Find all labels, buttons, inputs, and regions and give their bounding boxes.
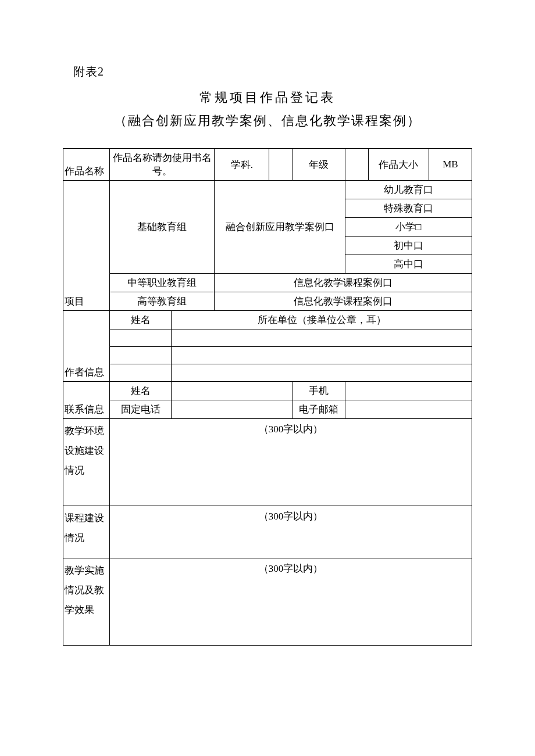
- page-title: 常规项目作品登记表: [63, 89, 472, 106]
- author-name-3[interactable]: [110, 364, 172, 382]
- group-basic: 基础教育组: [110, 181, 215, 274]
- case-basic: 融合创新应用教学案例口: [215, 181, 345, 274]
- project-row-label: 项目: [63, 181, 110, 311]
- opt-primary[interactable]: 小学□: [345, 218, 472, 237]
- contact-row-label: 联系信息: [63, 382, 110, 419]
- page-subtitle: （融合创新应用教学案例、信息化教学课程案例）: [63, 112, 472, 130]
- author-unit-3[interactable]: [172, 364, 472, 382]
- subject-label: 学科.: [215, 149, 269, 181]
- opt-junior[interactable]: 初中口: [345, 237, 472, 255]
- group-higher: 高等教育组: [110, 292, 215, 311]
- contact-phone-label: 固定电话: [110, 400, 172, 419]
- appendix-label: 附表2: [63, 64, 472, 80]
- env-content[interactable]: （300字以内）: [110, 419, 472, 506]
- author-name-2[interactable]: [110, 347, 172, 364]
- author-row-1: [63, 329, 472, 347]
- opt-senior[interactable]: 高中口: [345, 255, 472, 274]
- group-vocational: 中等职业教育组: [110, 274, 215, 292]
- size-unit: MB: [429, 149, 472, 181]
- contact-name-label: 姓名: [110, 382, 172, 400]
- subject-value[interactable]: [269, 149, 293, 181]
- work-name-row-label: 作品名称: [63, 149, 110, 181]
- course-row-label: 课程建设情况: [63, 506, 110, 558]
- grade-label: 年级: [293, 149, 345, 181]
- course-content[interactable]: （300字以内）: [110, 506, 472, 558]
- contact-email-value[interactable]: [345, 400, 472, 419]
- effect-content[interactable]: （300字以内）: [110, 558, 472, 646]
- author-row-2: [63, 347, 472, 364]
- case-higher: 信息化教学课程案例口: [215, 292, 472, 311]
- author-name-1[interactable]: [110, 329, 172, 347]
- contact-mobile-label: 手机: [293, 382, 345, 400]
- env-row-label: 教学环境设施建设情况: [63, 419, 110, 506]
- size-label: 作品大小: [368, 149, 429, 181]
- grade-value[interactable]: [345, 149, 368, 181]
- contact-email-label: 电子邮箱: [293, 400, 345, 419]
- effect-row-label: 教学实施情况及教学效果: [63, 558, 110, 646]
- author-row-label: 作者信息: [63, 311, 110, 382]
- author-name-label: 姓名: [110, 311, 172, 329]
- contact-phone-value[interactable]: [172, 400, 293, 419]
- author-row-3: [63, 364, 472, 382]
- case-vocational: 信息化教学课程案例口: [215, 274, 472, 292]
- registration-table: 作品名称 作品名称请勿使用书名号。 学科. 年级 作品大小 MB 项目 基础教育…: [63, 148, 472, 646]
- author-unit-1[interactable]: [172, 329, 472, 347]
- work-name-hint: 作品名称请勿使用书名号。: [110, 149, 215, 181]
- contact-mobile-value[interactable]: [345, 382, 472, 400]
- contact-name-value[interactable]: [172, 382, 293, 400]
- author-unit-label: 所在单位（接单位公章，耳）: [172, 311, 472, 329]
- opt-kindergarten[interactable]: 幼儿教育口: [345, 181, 472, 199]
- opt-special[interactable]: 特殊教育口: [345, 199, 472, 218]
- author-unit-2[interactable]: [172, 347, 472, 364]
